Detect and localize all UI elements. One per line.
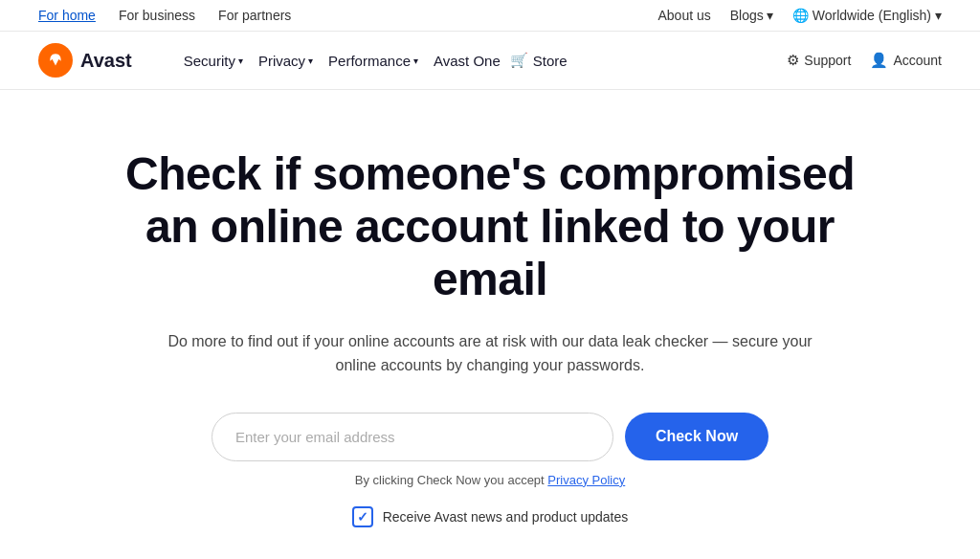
store-nav-item[interactable]: 🛒 Store bbox=[510, 52, 568, 69]
for-home-link[interactable]: For home bbox=[38, 8, 96, 23]
newsletter-checkbox[interactable]: ✓ bbox=[352, 506, 373, 527]
logo-link[interactable]: Avast bbox=[38, 43, 132, 78]
hero-subtitle: Do more to find out if your online accou… bbox=[165, 329, 815, 378]
language-chevron-icon: ▾ bbox=[935, 8, 942, 23]
account-label: Account bbox=[893, 53, 942, 68]
check-now-button[interactable]: Check Now bbox=[625, 413, 768, 460]
account-icon: 👤 bbox=[870, 52, 888, 69]
top-bar-right: About us Blogs ▾ 🌐 Worldwide (English) ▾ bbox=[657, 8, 942, 23]
privacy-policy-link[interactable]: Privacy Policy bbox=[547, 473, 625, 487]
email-form: Check Now bbox=[98, 413, 882, 461]
language-selector[interactable]: 🌐 Worldwide (English) ▾ bbox=[792, 8, 942, 23]
support-label: Support bbox=[804, 53, 851, 68]
for-partners-link[interactable]: For partners bbox=[218, 8, 291, 23]
store-label: Store bbox=[533, 53, 568, 69]
about-us-link[interactable]: About us bbox=[657, 8, 710, 23]
security-nav-item[interactable]: Security ▾ bbox=[178, 49, 249, 73]
privacy-chevron-icon: ▾ bbox=[308, 56, 313, 66]
privacy-note: By clicking Check Now you accept Privacy… bbox=[98, 473, 882, 487]
store-cart-icon: 🛒 bbox=[510, 52, 528, 69]
support-link[interactable]: ⚙ Support bbox=[787, 52, 851, 69]
security-label: Security bbox=[184, 53, 235, 69]
avast-one-nav-item[interactable]: Avast One bbox=[428, 49, 506, 73]
top-bar-left: For home For business For partners bbox=[38, 8, 291, 23]
privacy-label: Privacy bbox=[258, 53, 305, 69]
avast-logo-svg bbox=[45, 50, 66, 71]
logo-text: Avast bbox=[80, 50, 132, 72]
account-link[interactable]: 👤 Account bbox=[870, 52, 942, 69]
blogs-dropdown[interactable]: Blogs ▾ bbox=[730, 8, 773, 23]
logo-icon bbox=[38, 43, 73, 78]
privacy-nav-item[interactable]: Privacy ▾ bbox=[253, 49, 319, 73]
newsletter-label: Receive Avast news and product updates bbox=[383, 509, 629, 525]
performance-label: Performance bbox=[328, 53, 411, 69]
nav-links: Security ▾ Privacy ▾ Performance ▾ Avast… bbox=[178, 49, 568, 73]
performance-chevron-icon: ▾ bbox=[413, 56, 418, 66]
hero-title: Check if someone's compromised an online… bbox=[98, 147, 882, 306]
nav-left: Avast Security ▾ Privacy ▾ Performance ▾… bbox=[38, 43, 568, 78]
nav-right: ⚙ Support 👤 Account bbox=[787, 52, 942, 69]
email-input-wrapper bbox=[212, 413, 613, 461]
hero-section: Check if someone's compromised an online… bbox=[59, 90, 921, 559]
performance-nav-item[interactable]: Performance ▾ bbox=[323, 49, 424, 73]
blogs-chevron-icon: ▾ bbox=[767, 8, 773, 23]
main-nav: Avast Security ▾ Privacy ▾ Performance ▾… bbox=[0, 32, 980, 90]
checkmark-icon: ✓ bbox=[357, 509, 368, 525]
globe-icon: 🌐 bbox=[792, 8, 809, 23]
language-label: Worldwide (English) bbox=[813, 8, 931, 23]
top-bar: For home For business For partners About… bbox=[0, 0, 980, 32]
support-icon: ⚙ bbox=[787, 52, 799, 69]
newsletter-row: ✓ Receive Avast news and product updates bbox=[98, 506, 882, 527]
security-chevron-icon: ▾ bbox=[238, 56, 243, 66]
for-business-link[interactable]: For business bbox=[119, 8, 195, 23]
email-input[interactable] bbox=[212, 413, 613, 461]
blogs-label: Blogs bbox=[730, 8, 764, 23]
avast-one-label: Avast One bbox=[434, 53, 501, 69]
privacy-prefix: By clicking Check Now you accept bbox=[355, 473, 548, 487]
